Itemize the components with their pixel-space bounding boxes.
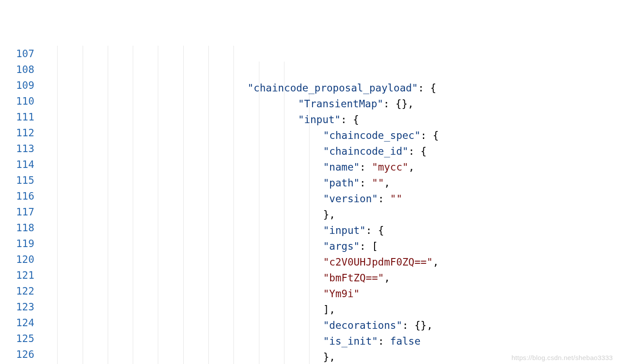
line-number: 114: [0, 157, 34, 172]
line-number: 113: [0, 141, 34, 157]
code-line: "chaincode_proposal_payload": {: [38, 80, 619, 96]
token-punc: : [: [360, 240, 378, 252]
line-number: 122: [0, 283, 34, 299]
token-key: "chaincode_proposal_payload": [248, 82, 418, 94]
token-key: "is_init": [323, 335, 378, 347]
code-line: ],: [38, 302, 619, 317]
token-punc: : {},: [402, 320, 433, 331]
token-key: "chaincode_id": [323, 146, 408, 157]
line-number: 119: [0, 236, 34, 251]
line-number: 111: [0, 109, 34, 125]
token-str: "Ym9i": [323, 288, 360, 299]
token-key: "args": [323, 240, 360, 252]
code-editor: 1071081091101111121131141151161171181191…: [0, 46, 619, 364]
token-key: "name": [323, 161, 360, 173]
token-str: "bmFtZQ==": [323, 272, 384, 284]
code-line: "name": "mycc",: [38, 159, 619, 175]
line-number: 123: [0, 299, 34, 315]
token-key: "decorations": [323, 320, 402, 331]
token-key: "version": [323, 193, 378, 204]
code-line: "Ym9i": [38, 286, 619, 302]
token-punc: ],: [323, 304, 335, 315]
token-punc: : {},: [383, 98, 414, 109]
token-punc: :: [360, 161, 372, 173]
line-number: 118: [0, 220, 34, 236]
token-punc: ,: [408, 161, 415, 173]
line-number: 120: [0, 251, 34, 267]
code-line: "is_init": false: [38, 333, 619, 349]
line-number: 116: [0, 188, 34, 204]
token-punc: :: [378, 193, 390, 204]
code-area: "chaincode_proposal_payload": {"Transien…: [38, 46, 619, 364]
token-punc: :: [360, 177, 372, 189]
token-punc: : {: [366, 225, 384, 236]
line-number: 110: [0, 93, 34, 109]
line-number: 109: [0, 77, 34, 93]
token-str: "": [390, 193, 402, 204]
code-line: "decorations": {},: [38, 317, 619, 333]
token-punc: : {: [341, 114, 359, 125]
line-number: 125: [0, 331, 34, 346]
line-number: 107: [0, 46, 34, 62]
token-punc: :: [378, 335, 390, 347]
line-number: 124: [0, 315, 34, 331]
line-number-gutter: 1071081091101111121131141151161171181191…: [0, 46, 38, 364]
token-key: "TransientMap": [298, 98, 383, 109]
code-lines: "chaincode_proposal_payload": {"Transien…: [38, 80, 619, 364]
token-str: "c2V0UHJpdmF0ZQ==": [323, 256, 433, 268]
code-line: "version": "": [38, 191, 619, 207]
code-line: "bmFtZQ==",: [38, 270, 619, 286]
watermark-text: https://blog.csdn.net/shebao3333: [511, 354, 613, 361]
token-punc: ,: [433, 256, 439, 268]
line-number: 108: [0, 62, 34, 77]
token-punc: ,: [384, 272, 390, 284]
token-punc: },: [323, 351, 335, 363]
token-key: "chaincode_spec": [323, 130, 421, 141]
token-punc: : {: [418, 82, 437, 94]
token-punc: },: [323, 209, 335, 220]
code-line: "input": {: [38, 112, 619, 127]
line-number: 117: [0, 204, 34, 220]
code-line: "chaincode_spec": {: [38, 127, 619, 143]
token-bool: false: [390, 335, 420, 347]
token-str: "": [372, 177, 384, 189]
line-number: 112: [0, 125, 34, 141]
code-line: },: [38, 207, 619, 222]
code-line: "input": {: [38, 222, 619, 238]
token-punc: : {: [408, 146, 427, 157]
token-key: "input": [298, 114, 341, 125]
token-key: "input": [323, 225, 366, 236]
token-str: "mycc": [372, 161, 408, 173]
code-line: "TransientMap": {},: [38, 96, 619, 112]
line-number: 115: [0, 172, 34, 188]
line-number: 121: [0, 267, 34, 283]
token-punc: ,: [384, 177, 390, 189]
code-line: "chaincode_id": {: [38, 143, 619, 159]
token-punc: : {: [421, 130, 439, 141]
code-line: "args": [: [38, 238, 619, 254]
line-number: 127: [0, 362, 34, 364]
token-key: "path": [323, 177, 360, 189]
code-line: "path": "",: [38, 175, 619, 191]
line-number: 126: [0, 346, 34, 362]
code-line: "c2V0UHJpdmF0ZQ==",: [38, 254, 619, 270]
